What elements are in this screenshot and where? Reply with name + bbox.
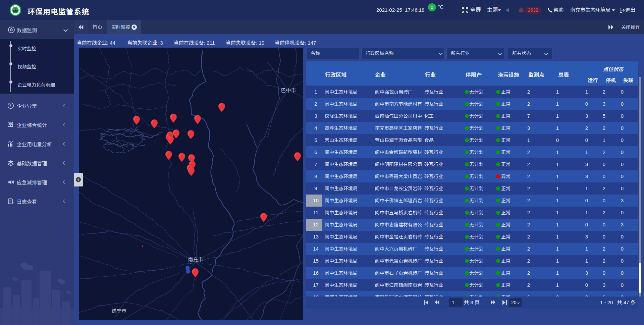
svg-text:南充市: 南充市	[188, 257, 203, 262]
svg-text:巴中市: 巴中市	[281, 88, 296, 93]
svg-text:遂宁市: 遂宁市	[111, 308, 126, 314]
